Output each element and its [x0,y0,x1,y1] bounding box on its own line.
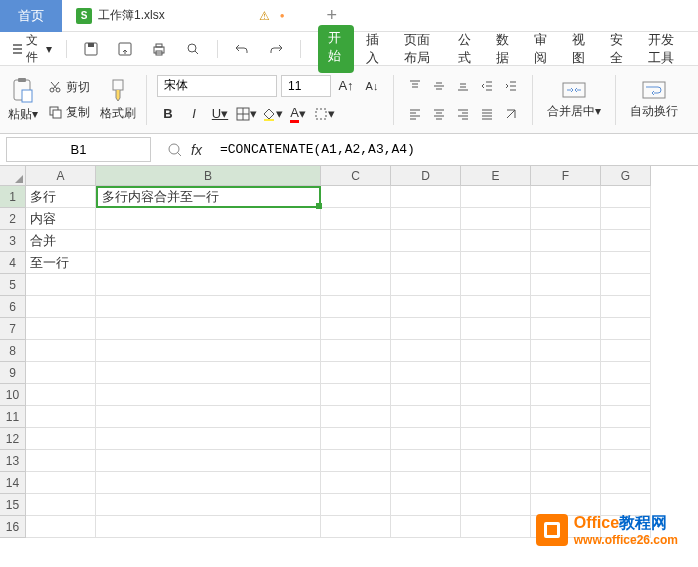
font-color-button[interactable]: A▾ [287,103,309,125]
undo-button[interactable] [228,38,256,60]
cell[interactable] [321,252,391,274]
cell[interactable] [461,252,531,274]
cell[interactable] [461,318,531,340]
cell[interactable] [96,362,321,384]
merge-center-button[interactable]: 合并居中▾ [543,75,605,124]
align-justify-button[interactable] [476,103,498,125]
cell-C1[interactable] [321,186,391,208]
tab-security[interactable]: 安全 [600,25,636,73]
cell[interactable] [601,340,651,362]
cell[interactable] [26,494,96,516]
row-header-13[interactable]: 13 [0,450,26,472]
cell[interactable] [96,340,321,362]
cell[interactable] [461,472,531,494]
save-as-button[interactable] [111,37,139,61]
increase-font-button[interactable]: A↑ [335,75,357,97]
cell[interactable] [321,230,391,252]
row-header-1[interactable]: 1 [0,186,26,208]
select-all-corner[interactable] [0,166,26,186]
cell[interactable] [461,296,531,318]
cell[interactable] [26,472,96,494]
cell[interactable] [26,296,96,318]
cell-E1[interactable] [461,186,531,208]
cell[interactable] [391,406,461,428]
cell[interactable] [26,406,96,428]
cell[interactable] [391,318,461,340]
cancel-formula-icon[interactable] [167,142,183,158]
decrease-indent-button[interactable] [476,75,498,97]
cell[interactable] [531,450,601,472]
cell[interactable] [391,274,461,296]
print-preview-button[interactable] [179,37,207,61]
cell[interactable] [391,494,461,516]
print-button[interactable] [145,37,173,61]
cell[interactable] [601,472,651,494]
fx-button[interactable]: fx [191,142,202,158]
cell[interactable] [531,472,601,494]
paste-button[interactable]: 粘贴▾ [8,76,38,123]
cell[interactable] [26,516,96,538]
formula-input[interactable] [212,138,698,161]
cell[interactable] [321,428,391,450]
cut-button[interactable]: 剪切 [44,77,94,98]
row-header-9[interactable]: 9 [0,362,26,384]
cell[interactable] [321,450,391,472]
tab-data[interactable]: 数据 [486,25,522,73]
cell[interactable] [531,362,601,384]
cell[interactable] [461,384,531,406]
tab-page-layout[interactable]: 页面布局 [394,25,446,73]
row-header-10[interactable]: 10 [0,384,26,406]
cell[interactable] [96,450,321,472]
col-header-B[interactable]: B [96,166,321,186]
cell[interactable] [391,516,461,538]
cell-F1[interactable] [531,186,601,208]
cell[interactable] [601,296,651,318]
cell[interactable] [461,230,531,252]
row-header-5[interactable]: 5 [0,274,26,296]
cell[interactable] [26,450,96,472]
cell[interactable] [601,252,651,274]
format-painter-button[interactable]: 格式刷 [100,77,136,122]
cell[interactable] [321,472,391,494]
col-header-E[interactable]: E [461,166,531,186]
col-header-C[interactable]: C [321,166,391,186]
cell[interactable] [96,516,321,538]
cell[interactable] [321,296,391,318]
cell[interactable] [601,318,651,340]
cell[interactable] [391,472,461,494]
cell[interactable] [391,428,461,450]
cell[interactable] [601,208,651,230]
cell[interactable] [531,252,601,274]
cell[interactable] [391,208,461,230]
cell-B4[interactable] [96,252,321,274]
border-button[interactable]: ▾ [235,103,257,125]
cell[interactable] [461,208,531,230]
cell[interactable] [601,406,651,428]
cell[interactable] [96,472,321,494]
row-header-16[interactable]: 16 [0,516,26,538]
wrap-text-button[interactable]: 自动换行 [626,75,682,124]
align-left-button[interactable] [404,103,426,125]
cell[interactable] [96,494,321,516]
cell[interactable] [601,384,651,406]
tab-insert[interactable]: 插入 [356,25,392,73]
col-header-D[interactable]: D [391,166,461,186]
cell[interactable] [461,340,531,362]
cell[interactable] [531,406,601,428]
cell[interactable] [531,428,601,450]
font-size-select[interactable] [281,75,331,97]
cell[interactable] [26,274,96,296]
bold-button[interactable]: B [157,103,179,125]
tab-review[interactable]: 审阅 [524,25,560,73]
align-top-button[interactable] [404,75,426,97]
cell[interactable] [321,516,391,538]
tab-dev-tools[interactable]: 开发工具 [638,25,690,73]
cell-A1[interactable]: 多行 [26,186,96,208]
cell[interactable] [391,362,461,384]
tab-view[interactable]: 视图 [562,25,598,73]
cell[interactable] [26,428,96,450]
row-header-14[interactable]: 14 [0,472,26,494]
cell[interactable] [531,274,601,296]
cell[interactable] [26,318,96,340]
cell[interactable] [321,274,391,296]
